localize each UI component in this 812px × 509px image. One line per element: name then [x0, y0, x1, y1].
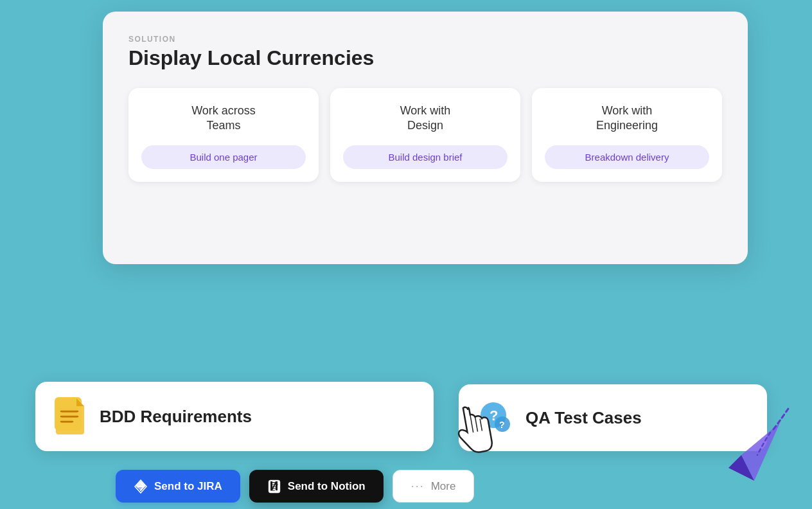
action-card-teams: Work acrossTeams Build one pager	[128, 88, 319, 182]
send-to-jira-button[interactable]: Send to JIRA	[116, 470, 240, 503]
card-title-teams: Work acrossTeams	[191, 103, 256, 134]
svg-rect-3	[61, 411, 78, 413]
jira-icon	[134, 479, 148, 494]
card-title-engineering: Work withEngineering	[596, 103, 658, 134]
notion-icon	[267, 479, 281, 494]
build-one-pager-button[interactable]: Build one pager	[141, 145, 306, 169]
card-title-design: Work withDesign	[400, 103, 451, 134]
hand-cursor-icon	[445, 401, 500, 466]
bdd-card: BDD Requirements	[35, 382, 434, 451]
send-to-notion-button[interactable]: Send to Notion	[249, 470, 384, 503]
jira-button-label: Send to JIRA	[154, 480, 222, 493]
more-button-label: More	[431, 480, 456, 493]
main-title: Display Local Currencies	[128, 46, 722, 70]
action-card-engineering: Work withEngineering Breakdown delivery	[532, 88, 722, 182]
build-design-brief-button[interactable]: Build design brief	[343, 145, 508, 169]
more-button[interactable]: ··· More	[393, 470, 475, 503]
solution-label: SOLUTION	[128, 35, 722, 44]
svg-rect-4	[61, 416, 78, 418]
bdd-document-icon	[53, 397, 87, 436]
action-card-design: Work withDesign Build design brief	[330, 88, 520, 182]
paper-plane-icon	[690, 397, 793, 500]
bdd-title: BDD Requirements	[100, 407, 252, 427]
action-buttons-row: Send to JIRA Send to Notion ··· More	[116, 470, 474, 503]
more-dots-icon: ···	[411, 479, 425, 493]
svg-text:?: ?	[499, 420, 505, 430]
svg-rect-5	[61, 421, 73, 423]
action-cards-row: Work acrossTeams Build one pager Work wi…	[128, 88, 722, 182]
main-card: SOLUTION Display Local Currencies Work a…	[103, 12, 748, 264]
qa-title: QA Test Cases	[525, 408, 642, 428]
paper-plane-decoration	[690, 397, 793, 503]
notion-button-label: Send to Notion	[288, 480, 366, 493]
breakdown-delivery-button[interactable]: Breakdown delivery	[545, 145, 709, 169]
